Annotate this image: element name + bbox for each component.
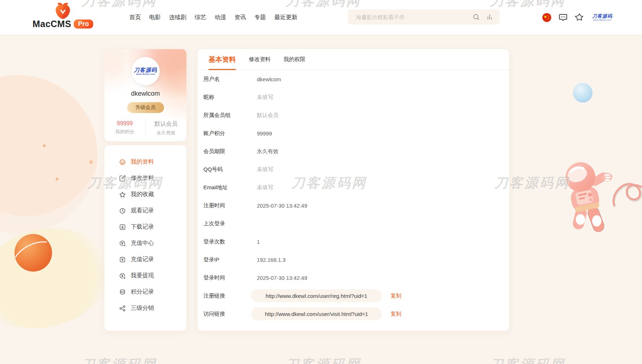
sidebar-item-充值记录[interactable]: 充值记录 [104,251,186,268]
field-row: 账户积分99999 [198,124,509,142]
sidebar-menu: 我的资料修改资料我的收藏观看记录下载记录充值中心充值记录我要提现积分记录三级分销 [104,154,186,316]
field-value: 未填写 [257,94,273,101]
field-label: QQ号码 [203,166,257,173]
upgrade-member-button[interactable]: 升级会员 [127,102,164,113]
dot-decoration [56,178,59,181]
copy-button[interactable]: 复制 [391,311,401,317]
field-row: 登录IP192.168.1.3 [198,251,509,269]
messages-icon[interactable] [558,13,568,22]
field-label: 登录IP [203,256,257,263]
astronaut-illustration [556,155,642,240]
sidebar-menu-card: 我的资料修改资料我的收藏观看记录下载记录充值中心充值记录我要提现积分记录三级分销 [104,145,186,331]
profile-stats: 99999我的积分默认会员永久有效 [104,120,186,136]
favorites-star-icon[interactable] [574,13,584,22]
main-nav: 首页电影连续剧综艺动漫资讯专题最近更新 [129,0,297,35]
sidebar-item-我的收藏[interactable]: 我的收藏 [104,186,186,203]
link-row: 访问链接http://www.dkewl.com/user/visit.html… [198,305,509,323]
profile-card: 刀客源码 www.dkewl.com dkewlcom 升级会员 99999我的… [104,49,186,141]
sidebar-item-积分记录[interactable]: 积分记录 [104,284,186,300]
field-row: 昵称未填写 [198,88,509,106]
tab-修改资料[interactable]: 修改资料 [249,49,271,70]
sidebar-item-修改资料[interactable]: 修改资料 [104,170,186,186]
search-icon[interactable] [472,13,480,21]
sidebar-item-label: 我的收藏 [131,191,154,198]
field-row: 登录次数1 [198,233,509,251]
watermark-text: 刀客源码网 [285,356,361,364]
nav-item-电影[interactable]: 电影 [149,14,161,21]
field-value: dkewlcom [257,76,281,82]
field-row: 上次登录 [198,214,509,233]
field-label: 所属会员组 [203,112,257,119]
field-value: 192.168.1.3 [257,257,285,263]
field-label: 上次登录 [203,220,257,227]
clock-icon [119,207,126,214]
brand-name: MacCMS [33,19,71,29]
site-logo[interactable]: MacCMS Pro [35,1,91,29]
recharge-record-icon [119,256,126,263]
nav-item-专题[interactable]: 专题 [254,14,266,21]
profile-main-card: 基本资料修改资料我的权限 用户名dkewlcom昵称未填写所属会员组默认会员账户… [198,49,509,331]
orange-sphere-decoration [14,234,52,272]
link-value[interactable]: http://www.dkewl.com/user/visit.html?uid… [251,307,382,320]
sidebar-item-我要提现[interactable]: 我要提现 [104,268,186,284]
sidebar-item-三级分销[interactable]: 三级分销 [104,300,186,316]
nav-item-连续剧[interactable]: 连续剧 [169,14,186,21]
stat-value: 99999 [104,120,145,127]
search-box [348,9,500,25]
sidebar-item-label: 我要提现 [131,272,154,280]
edit-icon [119,175,126,182]
dkewl-logo[interactable]: 刀客源码 www.dkewl.com [592,14,612,21]
profile-stat: 99999我的积分 [104,120,146,136]
share-icon [119,305,126,312]
search-input[interactable] [356,14,466,20]
avatar[interactable]: 刀客源码 www.dkewl.com [132,57,160,85]
field-label: 注册链接 [203,292,257,299]
dkewl-logo-title: 刀客源码 [592,14,612,19]
tab-基本资料[interactable]: 基本资料 [208,49,236,70]
field-row: 登录时间2025-07-30 13:42:49 [198,269,509,287]
sidebar-item-label: 观看记录 [131,207,154,214]
profile-stat: 默认会员永久有效 [146,120,186,136]
tab-我的权限[interactable]: 我的权限 [284,49,305,70]
field-value: 99999 [257,130,272,136]
background-blob [0,214,122,342]
copy-button[interactable]: 复制 [391,292,401,299]
dkewl-logo-url: www.dkewl.com [592,19,612,21]
link-value[interactable]: http://www.dkewl.com/user/reg.html?uid=1 [251,289,382,302]
nav-item-资讯[interactable]: 资讯 [234,14,246,21]
recharge-icon [119,240,126,247]
nav-item-最近更新[interactable]: 最近更新 [274,14,297,21]
field-value: 2025-07-30 13:42:49 [257,275,307,281]
nav-item-综艺[interactable]: 综艺 [195,14,206,21]
stat-value: 默认会员 [146,120,186,128]
watermark-text: 刀客源码网 [81,356,157,364]
china-flag-icon[interactable] [542,13,552,22]
star-icon [119,191,126,198]
header: MacCMS Pro 首页电影连续剧综艺动漫资讯专题最近更新 [0,0,642,35]
sidebar-item-充值中心[interactable]: 充值中心 [104,235,186,251]
field-label: 用户名 [203,76,257,83]
field-row: 所属会员组默认会员 [198,106,509,124]
field-label: 登录次数 [203,238,257,245]
stat-label: 永久有效 [146,130,186,136]
brand-berry-icon [53,1,73,20]
smile-icon [119,159,126,166]
sidebar-item-下载记录[interactable]: 下载记录 [104,219,186,235]
field-row: 会员期限永久有效 [198,142,509,160]
sidebar-item-我的资料[interactable]: 我的资料 [104,154,186,170]
username: dkewlcom [131,90,160,98]
ranking-bars-icon[interactable] [486,13,494,21]
avatar-logo-text: 刀客源码 [134,67,157,73]
field-label: Email地址 [203,184,257,191]
points-icon [119,289,126,296]
dot-decoration [43,144,46,147]
watermark-text: 刀客源码网 [490,356,566,364]
sidebar-item-观看记录[interactable]: 观看记录 [104,203,186,219]
field-row: 用户名dkewlcom [198,70,509,88]
link-row: 注册链接http://www.dkewl.com/user/reg.html?u… [198,287,509,305]
nav-item-动漫[interactable]: 动漫 [215,14,226,21]
nav-item-首页[interactable]: 首页 [129,14,141,21]
sidebar-item-label: 充值中心 [131,239,154,247]
field-label: 账户积分 [203,130,257,137]
field-label: 访问链接 [203,311,257,317]
